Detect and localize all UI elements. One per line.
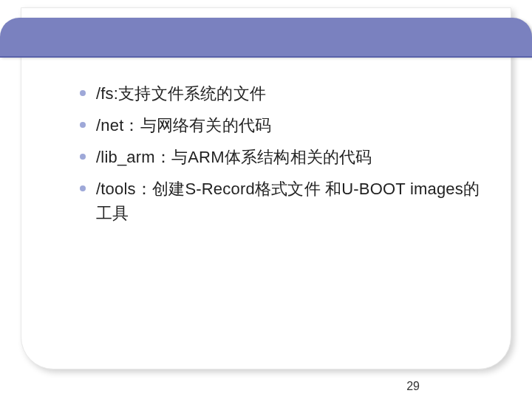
list-item: /tools：创建S-Record格式文件 和U-BOOT images的工具 bbox=[80, 177, 488, 225]
header-underline bbox=[0, 56, 532, 58]
list-item: /fs:支持文件系统的文件 bbox=[80, 81, 488, 106]
bullet-icon bbox=[80, 154, 86, 160]
list-item: /net：与网络有关的代码 bbox=[80, 113, 488, 137]
bullet-icon bbox=[80, 122, 86, 128]
bullet-icon bbox=[80, 90, 86, 96]
page-number: 29 bbox=[406, 380, 420, 393]
bullet-text: /tools：创建S-Record格式文件 和U-BOOT images的工具 bbox=[96, 177, 488, 225]
bullet-icon bbox=[80, 185, 86, 191]
bullet-text: /lib_arm：与ARM体系结构相关的代码 bbox=[96, 145, 372, 169]
header-bar bbox=[0, 18, 532, 56]
bullet-text: /net：与网络有关的代码 bbox=[96, 113, 271, 137]
list-item: /lib_arm：与ARM体系结构相关的代码 bbox=[80, 145, 488, 169]
bullet-text: /fs:支持文件系统的文件 bbox=[96, 81, 266, 106]
bullet-list: /fs:支持文件系统的文件 /net：与网络有关的代码 /lib_arm：与AR… bbox=[80, 81, 488, 233]
